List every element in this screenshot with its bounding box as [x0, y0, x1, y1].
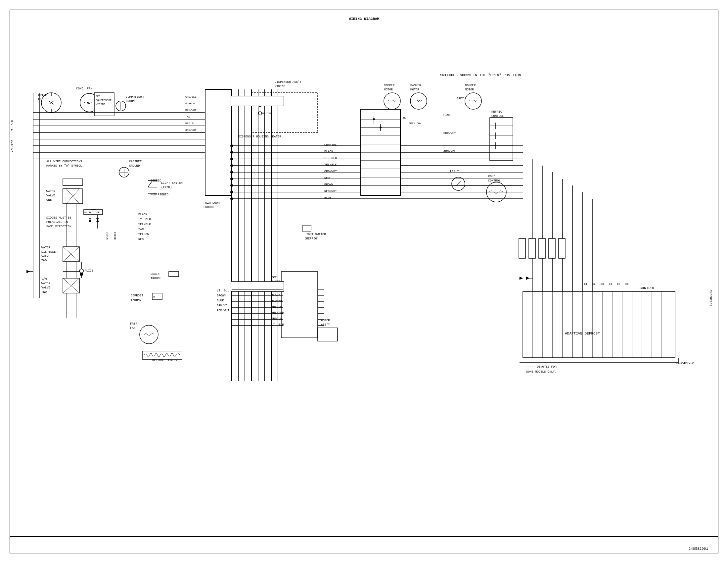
yel-blk-label1: YEL/BLK [138, 223, 151, 226]
svg-point-178 [373, 118, 375, 120]
red-r1: RED [324, 176, 330, 180]
compressor-ground-label: COMPRESSOR [126, 95, 144, 99]
damper-motor-3-label2: MOTOR [465, 88, 474, 91]
splice-label3: SPLICE [261, 112, 271, 115]
light-switch-refrig-label2: (REFRIG) [304, 237, 319, 240]
water-dispenser-label3: VALVE [41, 255, 50, 258]
diode-label2: DIODE [114, 232, 116, 240]
yel-blk-r1: YEL/BLK [324, 163, 337, 166]
damper-motor-2-label: DAMPER [410, 84, 421, 87]
defrost-therm-label: DEFROST [131, 294, 143, 298]
damper-motor-3-label: DAMPER [465, 84, 476, 87]
svg-rect-183 [549, 238, 555, 258]
water-dispenser-label: WATER [41, 246, 51, 249]
water-valve-one-label: WATER [46, 190, 56, 193]
dispenser-assy-label2: WIRING [275, 85, 285, 88]
defrost-therm-label2: THERM. [131, 299, 141, 302]
lt-blu-r2: LT. BLU [271, 323, 284, 327]
yel-red-r2: YEL/RED [271, 311, 284, 315]
lt-blu-r1: LT. BLU [324, 157, 337, 160]
svg-rect-182 [539, 238, 545, 258]
ice-maker-label: ICE [271, 276, 277, 279]
frzr-fan-label2: FAN [130, 327, 135, 330]
refric-control-label: REFRIC. [491, 110, 504, 114]
im-water-label3: VALVE [41, 286, 50, 290]
damper-motor-1-label2: MOTOR [384, 88, 393, 91]
control-label: CONTROL [640, 286, 655, 290]
diode-tag2: DIODE [92, 211, 100, 214]
svg-rect-132 [231, 96, 284, 106]
switches-open-label: SWITCHES SHOWN IN THE "OPEN" POSITION [440, 73, 521, 77]
all-wire-label2: MARKED BY "o" SYMBOL. [46, 164, 84, 167]
denotes-label2: SOME MODELS ONLY. [526, 370, 557, 374]
pur-wht-label: PUR/WHT [443, 132, 456, 135]
svg-rect-52 [318, 328, 338, 341]
drain-trough-label2: TROUGH [151, 277, 161, 280]
lt-blu-label1: LT. BLU [138, 218, 151, 221]
pink-label: PINK [443, 114, 451, 117]
light-label: LIGHT [450, 170, 459, 173]
see-compressor-label: SEE [96, 95, 101, 98]
svg-rect-180 [519, 238, 525, 258]
black-label1: BLACK [138, 213, 148, 216]
grn-yel-c1: GRN/YEL [217, 304, 229, 307]
light-switch-refrig-label: LIGHT SWITCH [304, 233, 326, 236]
page-diagram-number: 240582901 [689, 547, 708, 551]
water-valve-one-label3: ONE [46, 198, 52, 202]
im-water-label4: TWO [41, 291, 47, 294]
compressor-ground-label2: GROUND [126, 100, 136, 103]
red-label1: RED [138, 238, 144, 241]
red-wht-r1: RED/WHT [324, 190, 337, 193]
tan-label1: TAN [138, 228, 144, 231]
crisp-light-label2: LIGHT [38, 98, 47, 101]
cabinet-ground-label: CABINET [129, 160, 142, 163]
cabinet-ground-label2: GROUND [129, 164, 140, 167]
grey-com-2-label: GREY COM [409, 122, 422, 125]
blu-wht-label: BLU/WHT [185, 109, 197, 112]
yellow-r2: YELLOW [271, 305, 282, 309]
e3-label: E3 [601, 283, 604, 286]
frzr-door-ground-label: FRZR DOOR [204, 201, 220, 205]
cond-fan-label: COND. FAN [76, 87, 92, 90]
wiring-diagram: WIRING DIAGRAM SWITCHES SHOWN IN THE "OP… [0, 0, 728, 563]
see-compressor-label3: WIRING [96, 103, 105, 106]
im-water-label2: WATER [41, 282, 51, 285]
blue-c1: BLUE [217, 299, 224, 303]
lt-blu-c1: LT. BLU [217, 289, 229, 293]
grn-yel-r1: GRN/YEL [324, 143, 337, 147]
blue-r1: BLUE [324, 196, 332, 200]
therm-symbol: θ [153, 296, 155, 299]
diagram-title: WIRING DIAGRAM [349, 17, 380, 21]
red-wht-c1: RED/WHT [217, 309, 229, 312]
svg-rect-67 [523, 292, 675, 358]
damper-motor-2-label2: MOTOR [410, 88, 420, 91]
svg-rect-56 [490, 117, 513, 161]
grn-yel-far-right: GRN/YEL [443, 150, 456, 153]
org-wht-r1: ORG/WHT [324, 170, 337, 173]
tan-label: TAN [185, 115, 190, 118]
yellow-label1: YELLOW [138, 233, 149, 236]
e1-label: E1 [584, 283, 587, 286]
water-dispenser-label2: DISPENSER [41, 250, 58, 254]
light-switch-frzr-label: LIGHT SWITCH [161, 181, 183, 185]
denotes-label: ----- DENOTES FOR [526, 365, 557, 369]
org-wht-label: ORG/WHT [185, 128, 197, 131]
svg-rect-39 [169, 271, 179, 276]
svg-rect-154 [63, 179, 83, 185]
purple-r2: PURPLE [271, 317, 282, 321]
see-compressor-label2: COMPRESSOR [96, 99, 112, 102]
diode-label1: DIODE [106, 232, 109, 240]
black-r1: BLACK [324, 150, 334, 153]
svg-rect-181 [529, 238, 535, 258]
svg-rect-51 [281, 271, 318, 338]
svg-rect-184 [559, 238, 565, 258]
diodes-label2: POLARIZED IN [46, 220, 68, 224]
splice-label1: SPLICE [83, 269, 93, 272]
svg-point-41 [140, 325, 158, 344]
brown-c1: BROWN [217, 294, 226, 298]
damper-motor-1-label: DAMPER [384, 84, 395, 87]
all-wire-label: ALL WIRE CONNECTIONS [46, 160, 82, 163]
e4-label: E4 [609, 283, 612, 286]
frzr-door-ground-label2: GROUND [204, 206, 214, 209]
light-switch-frzr-label2: (FRZR) [161, 186, 172, 189]
